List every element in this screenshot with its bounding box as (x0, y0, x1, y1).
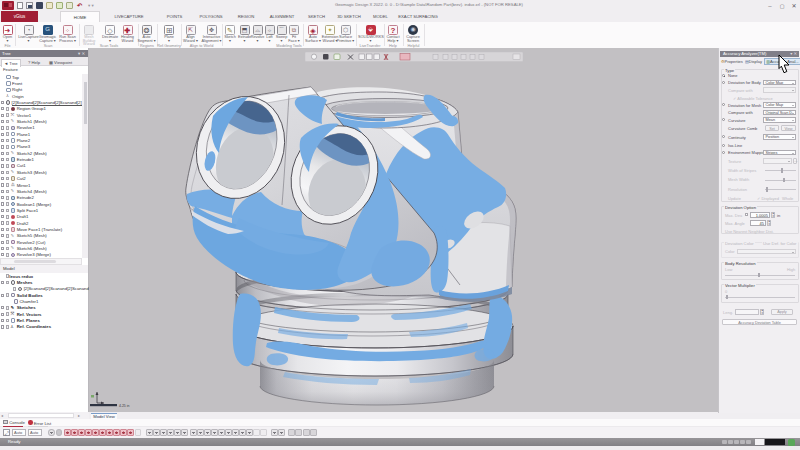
svg-text:4.25 in: 4.25 in (119, 404, 130, 408)
